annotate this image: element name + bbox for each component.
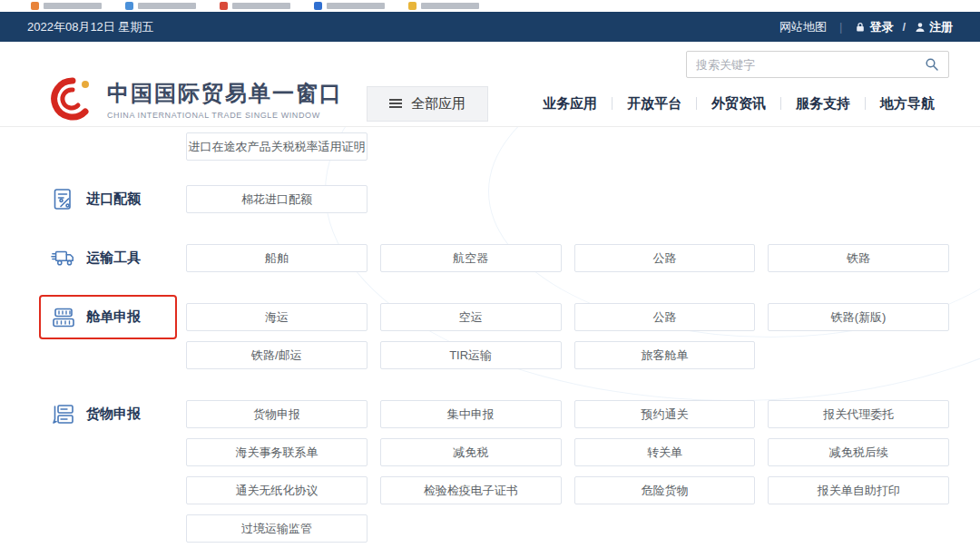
app-button[interactable]: 航空器 [380,244,562,272]
app-button[interactable]: 报关单自助打印 [768,476,949,504]
section-label-transport-vehicles: 运输工具 [42,244,186,272]
site-logo: 中国国际贸易单一窗口 CHINA INTERNATIONAL TRADE SIN… [49,75,343,122]
section-cargo-declaration: 货物申报 货物申报 集中申报 预约通关 报关代理委托 海关事务联系单 减免税 转… [42,400,949,543]
bookmark-favicon [314,2,322,10]
search-box[interactable] [686,51,949,78]
bookmark-item[interactable] [31,2,102,10]
app-button[interactable]: 减免税后续 [768,438,949,466]
section-label-empty [42,132,186,161]
site-title: 中国国际贸易单一窗口 [107,79,343,108]
app-button[interactable]: 海运 [186,303,368,331]
app-button[interactable]: 空运 [380,303,562,331]
app-button[interactable]: 集中申报 [380,400,562,428]
all-apps-button[interactable]: 全部应用 [367,86,488,122]
bookmark-favicon [408,2,416,10]
search-icon[interactable] [925,57,939,72]
section-label-import-quota: 进口配额 [42,185,186,213]
app-button[interactable]: 危险货物 [574,476,756,504]
app-button[interactable]: TIR运输 [380,341,562,369]
login-link[interactable]: 登录 [855,19,893,35]
quota-icon [51,187,76,212]
bookmark-favicon [220,2,228,10]
app-button[interactable]: 旅客舱单 [574,341,756,369]
section-partial-top: 进口在途农产品关税税率适用证明 [42,132,949,161]
app-button[interactable]: 进口在途农产品关税税率适用证明 [186,132,368,161]
nav-local-guide[interactable]: 地方导航 [866,95,949,113]
nav-trade-news[interactable]: 外贸资讯 [697,95,780,113]
page: 2022年08月12日 星期五 网站地图 | 登录 / 注册 [0,0,980,548]
bookmark-label [327,3,385,9]
section-title: 进口配额 [86,191,141,208]
nav-business-apps[interactable]: 业务应用 [528,95,612,113]
site-subtitle: CHINA INTERNATIONAL TRADE SINGLE WINDOW [107,111,343,120]
app-button[interactable]: 预约通关 [574,400,756,428]
bookmark-label [138,3,196,9]
app-button[interactable]: 减免税 [380,438,562,466]
app-button[interactable]: 铁路/邮运 [186,341,368,369]
bookmark-label [44,3,102,9]
app-button[interactable]: 公路 [574,303,756,331]
section-transport-vehicles: 运输工具 船舶 航空器 公路 铁路 [42,244,949,272]
site-header: 中国国际贸易单一窗口 CHINA INTERNATIONAL TRADE SIN… [0,42,980,127]
app-button[interactable]: 铁路(新版) [768,303,949,331]
app-button[interactable]: 过境运输监管 [186,514,368,543]
topbar: 2022年08月12日 星期五 网站地图 | 登录 / 注册 [0,12,980,42]
section-manifest-declaration: 舱单申报 海运 空运 公路 铁路(新版) 铁路/邮运 TIR运输 旅客舱单 [42,303,949,369]
bookmark-item[interactable] [408,2,479,10]
menu-icon [389,103,402,104]
bookmark-favicon [31,2,39,10]
sitemap-link[interactable]: 网站地图 [779,19,827,35]
bookmark-favicon [125,2,133,10]
main-nav: 业务应用 开放平台 外贸资讯 服务支持 地方导航 [528,95,949,113]
topbar-separator: | [836,20,846,34]
bookmark-item[interactable] [314,2,385,10]
section-label-cargo-declaration: 货物申报 [42,400,186,428]
bookmark-label [421,3,479,9]
app-button[interactable]: 报关代理委托 [768,400,949,428]
nav-open-platform[interactable]: 开放平台 [612,95,696,113]
app-button[interactable]: 船舶 [186,244,368,272]
bookmark-item[interactable] [220,2,290,10]
section-title: 货物申报 [86,406,141,423]
app-button[interactable]: 转关单 [574,438,756,466]
app-button[interactable]: 检验检疫电子证书 [380,476,562,504]
user-icon [915,22,926,33]
section-title: 舱单申报 [86,308,141,326]
app-button[interactable]: 货物申报 [186,400,368,428]
truck-icon [51,246,76,271]
search-input[interactable] [696,58,925,72]
app-button[interactable]: 铁路 [768,244,949,272]
current-date: 2022年08月12日 星期五 [27,19,153,35]
lock-icon [855,22,866,33]
section-label-manifest-declaration: 舱单申报 [42,303,186,331]
bookmark-item[interactable] [125,2,196,10]
manifest-icon [51,305,76,330]
app-button[interactable]: 棉花进口配额 [186,185,368,213]
section-title: 运输工具 [86,250,141,267]
login-register-slash: / [902,20,906,34]
logo-emblem [49,75,96,122]
app-button[interactable]: 通关无纸化协议 [186,476,368,504]
bookmark-label [232,3,290,9]
app-button[interactable]: 海关事务联系单 [186,438,368,466]
register-link[interactable]: 注册 [915,19,953,35]
nav-service-support[interactable]: 服务支持 [781,95,865,113]
app-button[interactable]: 公路 [574,244,756,272]
cargo-icon [51,402,76,427]
app-grid-content: 进口在途农产品关税税率适用证明 进口配额 棉花进口配额 运输工具 [0,127,980,547]
browser-bookmarks-bar [0,0,980,12]
section-import-quota: 进口配额 棉花进口配额 [42,185,949,213]
